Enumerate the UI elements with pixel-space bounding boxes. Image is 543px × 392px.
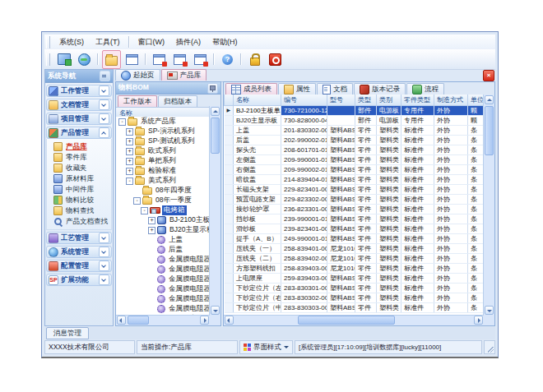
table-row[interactable]: 上电限座259-839403-00X塑料ABS零件塑料类标准件外协条 — [225, 273, 485, 283]
pin-icon[interactable] — [207, 83, 218, 94]
table-row[interactable]: ▶BJ-2100主板单点730-721000-12X部件电源板专用件外协颗 — [225, 105, 485, 115]
menu-item-plugins[interactable]: 插件(A) — [170, 35, 207, 49]
tab-start-page[interactable]: 起始页 — [115, 69, 160, 81]
table-row[interactable]: 暗纹盖214-839404-01X塑料ABS零件塑料类标准件外协条 — [225, 174, 485, 184]
sidebar-item-intermediate-library[interactable]: 中间件库 — [47, 184, 111, 195]
column-header[interactable]: 型号 — [327, 95, 355, 105]
table-row[interactable]: 左侧盖209-990001-01X塑料ABS零件塑料类标准件外协条 — [225, 154, 485, 164]
tree-hscroll-thumb[interactable] — [128, 316, 149, 325]
message-management-tab[interactable]: 消息管理 — [46, 327, 89, 339]
sidebar-group-work[interactable]: 工作管理 — [46, 85, 112, 97]
tree-expander-plus-icon[interactable]: + — [148, 227, 155, 234]
scroll-right-icon[interactable] — [474, 316, 483, 325]
sidebar-group-config[interactable]: 配置管理 — [46, 260, 112, 272]
tree-node[interactable]: +BJ20主显示板 — [116, 225, 210, 235]
tree-node[interactable]: +检验标准 — [116, 166, 210, 176]
table-row[interactable]: 滑纱板239-823401-00X塑料ABS零件塑料类标准件外协条 — [225, 224, 485, 233]
chevron-down-icon[interactable] — [99, 85, 109, 96]
system-monitor-button[interactable] — [54, 50, 73, 69]
table-row[interactable]: 提手（A、B）249-990001-01X塑料ABS零件塑料类标准件外协条 — [225, 233, 485, 243]
sidebar-item-material-compare[interactable]: 物料比较 — [47, 195, 111, 205]
sidebar-group-document[interactable]: 文档管理 — [46, 99, 112, 111]
window-layout-button[interactable] — [123, 50, 142, 69]
table-row[interactable]: 右侧盖209-990002-01X塑料ABS零件塑料类标准件外协条 — [225, 164, 485, 174]
tree-node[interactable]: 后盖 — [116, 245, 210, 255]
scroll-left-icon[interactable] — [117, 316, 126, 325]
scroll-down-icon[interactable] — [211, 306, 220, 315]
scroll-up-icon[interactable] — [485, 95, 494, 104]
tree-expander-plus-icon[interactable]: + — [126, 168, 133, 175]
tree-vscroll-thumb[interactable] — [211, 118, 220, 154]
column-header[interactable]: 编号 — [281, 95, 327, 105]
table-row[interactable]: 探头壳208-601701-01X塑料ABS零件塑料类标准件外协条 — [225, 145, 485, 154]
table-row[interactable]: 接纱轮护罩236-823301-00X塑料ABS零件塑料类标准件外协条 — [225, 204, 485, 214]
table-row[interactable]: 长磁头支架229-823401-00X塑料ABS零件塑料类标准件外协条 — [225, 184, 485, 194]
tree-expander-plus-icon[interactable]: + — [126, 128, 133, 136]
table-row[interactable]: 上盖201-830302-00X塑料ABS零件塑料类标准件外协条 — [225, 125, 485, 135]
chevron-down-icon[interactable] — [99, 233, 109, 243]
sidebar-item-raw-material-library[interactable]: 原材料库 — [47, 173, 111, 184]
table-row[interactable]: 挡纱板239-990001-01X塑料ABS零件塑料类标准件外协条 — [225, 214, 485, 224]
chevron-down-icon[interactable] — [99, 261, 109, 271]
column-header[interactable]: 名称 — [234, 95, 281, 105]
tree-expander-minus-icon[interactable]: - — [133, 197, 141, 205]
scroll-down-icon[interactable] — [485, 306, 494, 315]
chevron-down-icon[interactable] — [99, 99, 109, 110]
chevron-down-icon[interactable] — [99, 274, 109, 285]
tree-expander-plus-icon[interactable]: + — [126, 138, 133, 145]
table-row[interactable]: 方形塑料线扣258-839403-00X尼龙1010零件塑料类标准件外协条 — [225, 263, 485, 273]
tree-expander-minus-icon[interactable]: - — [141, 207, 148, 214]
help-button[interactable]: ? — [218, 50, 237, 69]
close-other-windows-button[interactable] — [191, 50, 210, 69]
menu-item-system[interactable]: 系统(S) — [53, 35, 90, 49]
tree-node[interactable]: -电烤箱 — [116, 205, 210, 215]
menu-item-help[interactable]: 帮助(H) — [207, 35, 244, 49]
tree-node[interactable]: +单把系列 — [116, 156, 210, 166]
lock-button[interactable] — [245, 50, 264, 69]
sidebar-item-material-find[interactable]: 物料查找 — [47, 205, 111, 216]
tree-expander-minus-icon[interactable]: - — [118, 118, 126, 126]
resize-grip[interactable] — [484, 340, 495, 354]
column-header[interactable]: 制造方式 — [434, 95, 468, 105]
table-row[interactable]: 压线夹（二）258-839402-00X尼龙1010零件塑料类标准件外协条 — [225, 253, 485, 263]
exit-button[interactable] — [266, 50, 285, 69]
tree-expander-plus-icon[interactable]: + — [148, 217, 155, 224]
sidebar-group-system[interactable]: 系统管理 — [46, 246, 112, 258]
open-library-button[interactable] — [102, 50, 121, 69]
tab-working-version[interactable]: 工作版本 — [118, 95, 157, 107]
tree-expander-plus-icon[interactable]: + — [126, 148, 133, 155]
grid-vertical-scrollbar[interactable] — [483, 95, 494, 316]
tab-archived-version[interactable]: 归档版本 — [158, 95, 197, 107]
web-globe-button[interactable] — [75, 50, 94, 69]
tree-expander-plus-icon[interactable]: + — [126, 158, 133, 165]
table-row[interactable]: 后盖202-990002-01X塑料ABS零件塑料类标准件外协条 — [225, 135, 485, 145]
tab-product-library[interactable]: 产品库 — [161, 69, 207, 81]
column-header[interactable]: 类型 — [355, 95, 377, 105]
table-row[interactable]: 下纱定位片（左）283-830301-00X塑料ABS零件塑料类标准件外协条 — [225, 283, 485, 293]
column-header[interactable]: 单位 — [468, 95, 485, 105]
sidebar-item-parts-library[interactable]: 零件库 — [47, 152, 111, 163]
tree-node[interactable]: -08年一季度 — [116, 196, 210, 205]
tree-node[interactable]: 上盖 — [116, 235, 210, 245]
tab-workflow[interactable]: 流程 — [406, 83, 444, 95]
sidebar-group-product[interactable]: 产品管理 — [46, 127, 112, 139]
menu-item-window[interactable]: 窗口(W) — [132, 35, 171, 49]
close-tab-button[interactable]: × — [483, 70, 494, 81]
table-row[interactable]: 预置电路支架229-823302-00X塑料ABS零件塑料类标准件外协条 — [225, 194, 485, 204]
tab-version-history[interactable]: 版本记录 — [354, 83, 406, 95]
close-all-windows-button[interactable] — [170, 50, 189, 69]
tab-documents[interactable]: 文档 — [317, 83, 353, 95]
tree-expander-minus-icon[interactable]: - — [126, 178, 133, 185]
tree-node[interactable]: -美式系列 — [116, 176, 210, 186]
tree-node[interactable]: +欧式系列 — [116, 146, 210, 156]
grid-hscroll-thumb[interactable] — [298, 316, 395, 325]
chevron-down-icon[interactable] — [99, 113, 109, 124]
tab-properties[interactable]: 属性 — [278, 83, 316, 95]
tree-node[interactable]: +BJ-2100主板单点 — [116, 215, 210, 225]
sidebar-item-product-doc-find[interactable]: 产品文档查找 — [47, 216, 111, 227]
tree-node[interactable]: 金属膜电阻器 — [116, 255, 210, 265]
scroll-right-icon[interactable] — [200, 316, 209, 325]
tree-node[interactable]: +SP-测试机系列 — [116, 136, 210, 146]
table-row[interactable]: BJ20主显示板730-828000-04X部件电源板专用件外协颗 — [225, 115, 485, 125]
sidebar-group-craft[interactable]: 工艺管理 — [46, 232, 112, 244]
